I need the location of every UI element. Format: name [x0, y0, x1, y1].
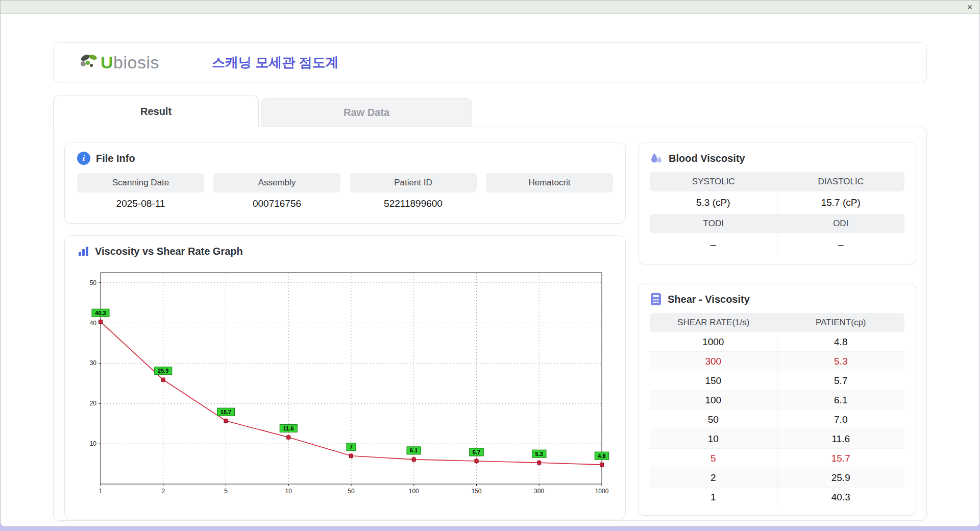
- window-close-button[interactable]: ×: [967, 1, 972, 13]
- field-label: Scanning Date: [77, 173, 204, 192]
- svg-text:40: 40: [90, 320, 97, 327]
- file-info-header: i File Info: [77, 152, 613, 165]
- svg-text:10: 10: [90, 440, 97, 447]
- droplet-icon: [650, 152, 663, 165]
- graph-header: Viscosity vs Shear Rate Graph: [77, 245, 613, 257]
- patient-value-cell: 5.3: [777, 352, 905, 371]
- file-info-field: Hematocrit: [486, 173, 613, 215]
- field-value: [486, 192, 613, 215]
- svg-text:1000: 1000: [595, 488, 609, 495]
- svg-text:10: 10: [285, 488, 292, 495]
- patient-value-cell: 4.8: [777, 332, 905, 351]
- patient-value-cell: 11.6: [777, 429, 905, 448]
- table-row: 100 6.1: [650, 391, 904, 410]
- svg-text:50: 50: [348, 488, 355, 495]
- field-value: 2025-08-11: [77, 192, 204, 215]
- file-info-field: Assembly 000716756: [213, 173, 340, 215]
- bv-value-cell: 5.3 (cP): [650, 191, 777, 214]
- shear-rate-cell: 10: [650, 429, 777, 448]
- svg-text:11.6: 11.6: [283, 425, 294, 431]
- file-info-title: File Info: [96, 153, 135, 164]
- field-value: 000716756: [213, 192, 340, 215]
- table-row: 150 5.7: [650, 371, 904, 391]
- bv-header-cell: TODI: [650, 214, 777, 233]
- right-column: Blood Viscosity SYSTOLIC DIASTOLIC 5.3 (…: [638, 142, 916, 520]
- bv-value-cell: –: [650, 233, 777, 256]
- blood-viscosity-card: Blood Viscosity SYSTOLIC DIASTOLIC 5.3 (…: [638, 142, 916, 264]
- graph-card: Viscosity vs Shear Rate Graph 1020304050…: [64, 235, 626, 519]
- svg-text:2: 2: [161, 488, 165, 495]
- svg-text:5.3: 5.3: [535, 451, 543, 457]
- bv-value-row: 5.3 (cP) 15.7 (cP): [650, 191, 904, 214]
- svg-text:4.8: 4.8: [598, 453, 605, 459]
- bv-header-row: TODI ODI: [650, 214, 904, 233]
- shear-table-rows: 1000 4.8 300 5.3 150 5.7 100 6.1 50 7.0 …: [650, 332, 904, 507]
- window-content: Ubiosis 스캐닝 모세관 점도계 Result Raw Data i Fi…: [1, 42, 979, 527]
- shear-viscosity-header: Shear - Viscosity: [650, 293, 904, 306]
- table-row: 1 40.3: [650, 488, 904, 507]
- table-row: 5 15.7: [650, 449, 904, 468]
- field-value: 52211899600: [350, 192, 477, 215]
- svg-text:100: 100: [409, 488, 419, 495]
- file-info-field: Patient ID 52211899600: [350, 173, 477, 215]
- leaf-icon: [79, 53, 100, 71]
- info-icon: i: [77, 152, 90, 165]
- tab-raw-data[interactable]: Raw Data: [261, 98, 472, 127]
- svg-text:25.9: 25.9: [158, 368, 168, 374]
- file-info-fields: Scanning Date 2025-08-11 Assembly 000716…: [77, 173, 613, 215]
- shear-rate-cell: 100: [650, 391, 777, 409]
- header-card: Ubiosis 스캐닝 모세관 점도계: [53, 42, 927, 82]
- table-row: 1000 4.8: [650, 332, 904, 352]
- ubiosis-logo: Ubiosis: [79, 53, 189, 73]
- left-column: i File Info Scanning Date 2025-08-11 Ass…: [64, 142, 626, 520]
- tab-result[interactable]: Result: [53, 95, 259, 127]
- bv-value-cell: –: [777, 233, 905, 256]
- svg-text:5: 5: [224, 488, 228, 495]
- shear-rate-cell: 5: [650, 449, 777, 468]
- svg-text:6.1: 6.1: [410, 447, 418, 453]
- shear-rate-cell: 1000: [650, 332, 777, 351]
- patient-value-cell: 25.9: [777, 468, 905, 487]
- table-row: 2 25.9: [650, 468, 904, 488]
- bv-header-cell: DIASTOLIC: [777, 172, 905, 191]
- blood-viscosity-header: Blood Viscosity: [650, 152, 904, 165]
- viscosity-shear-chart: 10203040501251050100150300100040.325.915…: [79, 261, 610, 501]
- svg-text:7: 7: [350, 444, 353, 450]
- shear-rate-cell: 50: [650, 410, 777, 429]
- svg-text:50: 50: [90, 279, 97, 286]
- svg-text:1: 1: [99, 488, 103, 495]
- tab-bar: Result Raw Data: [53, 94, 927, 127]
- shear-rate-cell: 300: [650, 352, 777, 371]
- bv-value-row: – –: [650, 233, 904, 256]
- bv-value-cell: 15.7 (cP): [777, 191, 905, 214]
- shear-table-header: SHEAR RATE(1/s) PATIENT(cp): [650, 313, 904, 332]
- blood-viscosity-title: Blood Viscosity: [669, 153, 745, 164]
- table-row: 300 5.3: [650, 352, 904, 371]
- bv-header-cell: ODI: [777, 214, 905, 233]
- patient-value-cell: 5.7: [777, 371, 905, 390]
- shear-viscosity-card: Shear - Viscosity SHEAR RATE(1/s) PATIEN…: [638, 283, 916, 516]
- window-titlebar: ×: [1, 1, 979, 14]
- svg-text:15.7: 15.7: [220, 409, 231, 415]
- result-panel: i File Info Scanning Date 2025-08-11 Ass…: [53, 127, 927, 521]
- svg-text:20: 20: [90, 400, 97, 407]
- patient-value-cell: 7.0: [777, 410, 905, 429]
- file-info-field: Scanning Date 2025-08-11: [77, 173, 204, 215]
- brand-name: Ubiosis: [101, 53, 159, 73]
- bv-header-row: SYSTOLIC DIASTOLIC: [650, 172, 904, 191]
- svg-text:30: 30: [90, 359, 97, 367]
- shear-rate-cell: 150: [650, 371, 777, 390]
- app-window: × Ubiosis 스캐닝 모세관 점도계 Result Raw Data: [0, 0, 980, 527]
- svg-text:5.7: 5.7: [473, 449, 480, 455]
- patient-value-cell: 15.7: [777, 449, 905, 468]
- svg-text:40.3: 40.3: [95, 310, 106, 316]
- field-label: Hematocrit: [486, 173, 613, 192]
- field-label: Patient ID: [350, 173, 477, 192]
- svg-text:300: 300: [534, 488, 544, 495]
- table-row: 50 7.0: [650, 410, 904, 429]
- patient-value-cell: 6.1: [777, 391, 905, 409]
- shear-rate-column-header: SHEAR RATE(1/s): [650, 313, 777, 332]
- app-title: 스캐닝 모세관 점도계: [212, 54, 338, 71]
- calculator-icon: [650, 293, 662, 306]
- patient-column-header: PATIENT(cp): [777, 313, 905, 332]
